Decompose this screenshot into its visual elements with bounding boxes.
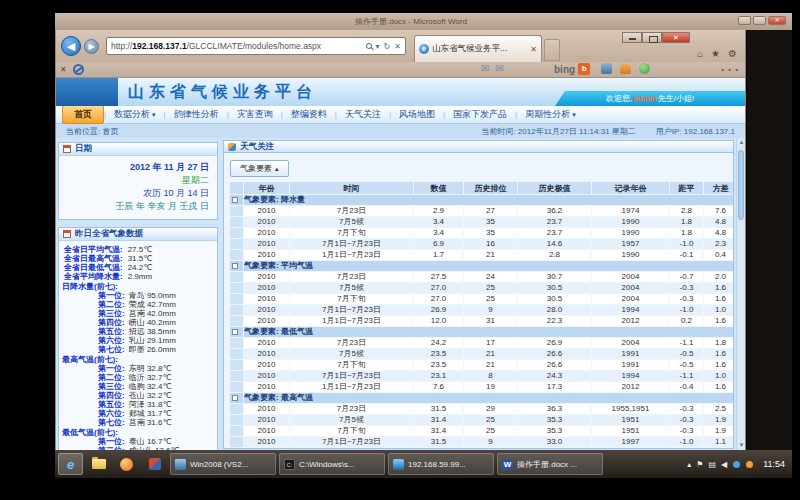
taskbar-app-icon[interactable] [142,453,167,475]
brand-block [56,78,118,106]
address-bar[interactable]: http://192.168.137.1/GLCCLIMATE/modules/… [106,37,406,55]
cell: 30.7 [518,272,592,283]
more-options-icon[interactable]: • • • [721,65,739,74]
camera-icon[interactable] [601,63,612,74]
taskbar-window-0[interactable]: Win2008 (VS2... [170,453,276,475]
mail-icon[interactable]: ✉ [481,63,489,74]
forward-button[interactable]: ▶ [84,39,99,54]
refresh-icon[interactable]: ↻ [384,42,391,51]
favorites-star-icon[interactable]: ★ [711,48,720,59]
cell: -1.0 [670,305,704,316]
person-icon[interactable] [620,63,631,74]
background-window-titlebar[interactable]: 操作手册.docx - Microsoft Word ✕ [55,13,792,30]
cell: 2.3 [704,239,735,250]
calendar-icon [63,145,71,153]
table-row[interactable]: 20107月下旬23.52126.61991-0.51.6 [230,360,735,371]
checkbox[interactable] [232,197,238,203]
table-group-row[interactable]: 气象要素: 降水量 [230,195,735,206]
minimize-button[interactable] [738,16,751,25]
close-button[interactable]: ✕ [662,32,690,43]
table-row[interactable]: 20107月5候27.02530.52004-0.31.6 [230,283,735,294]
addon-logo-icon[interactable] [73,64,84,75]
table-row[interactable]: 20107月23日24.21726.92004-1.11.8 [230,338,735,349]
minimize-button[interactable] [622,32,642,43]
bing-logo: bing [554,64,575,75]
network-icon[interactable]: ▤ [708,460,716,469]
stat-row: 全省日最低气温:24.2℃ [62,263,214,272]
taskbar-explorer-icon[interactable] [86,453,111,475]
taskbar-window-1[interactable]: C:C:\Windows\s... [279,453,385,475]
table-row[interactable]: 20107月1日~7月23日23.1824.31994-1.11.0 [230,371,735,382]
table-group-row[interactable]: 气象要素: 最低气温 [230,327,735,338]
maximize-button[interactable] [753,16,766,25]
chevron-down-icon[interactable]: ▾ [376,42,380,51]
table-row[interactable]: 20107月23日27.52430.72004-0.72.0 [230,272,735,283]
stop-icon[interactable]: ✕ [394,42,401,51]
nav-item-8[interactable]: 周期性分析▾ [517,106,584,123]
table-row[interactable]: 20107月5候31.42535.31951-0.31.9 [230,415,735,426]
cell: -1.0 [670,239,704,250]
new-tab-button[interactable] [544,39,560,61]
taskbar-window-2[interactable]: 192.168.59.99... [388,453,494,475]
table-row[interactable]: 20107月23日2.92736.219742.87.6 [230,206,735,217]
table-row[interactable]: 20107月下旬27.02530.52004-0.31.6 [230,294,735,305]
table-group-row[interactable]: 气象要素: 平均气温 [230,261,735,272]
show-hidden-icons[interactable]: ▴ [687,460,691,469]
nav-item-7[interactable]: 国家下发产品 [445,106,515,123]
table-row[interactable]: 20101月1日~7月23日7.61917.32012-0.41.6 [230,382,735,393]
table-row[interactable]: 20107月5候3.43523.719901.84.8 [230,217,735,228]
globe-icon[interactable] [639,63,650,74]
search-icon[interactable] [366,43,372,49]
weekday: 星期二 [67,174,209,187]
scroll-down-icon[interactable]: ▼ [737,441,745,450]
scrollbar-thumb[interactable] [738,150,744,220]
flag-action-center-icon[interactable]: ⚑ [696,460,703,469]
checkbox[interactable] [232,395,238,401]
element-filter-button[interactable]: 气象要素 ▴ [230,160,289,177]
nav-item-5[interactable]: 天气关注 [337,106,389,123]
tray-app-icon[interactable] [733,461,740,468]
tray-update-icon[interactable] [746,461,753,468]
table-row[interactable]: 20101月1日~7月23日12.03122.320120.21.6 [230,316,735,327]
tab-close-icon[interactable]: ✕ [530,45,537,54]
table-row[interactable]: 20107月5候23.52126.61991-0.51.6 [230,349,735,360]
rank-section-title: 最高气温(前七): [62,355,214,364]
page-scrollbar[interactable]: ▲ ▼ [736,138,745,450]
table-row[interactable]: 20107月1日~7月23日6.91614.61957-1.02.3 [230,239,735,250]
table-group-row[interactable]: 气象要素: 最高气温 [230,393,735,404]
rank-section-title: 最低气温(前七): [62,428,214,437]
nav-item-0[interactable]: 首页 [62,105,104,124]
table-row[interactable]: 20107月下旬31.42535.31951-0.31.9 [230,426,735,437]
close-toolbar-icon[interactable]: ✕ [60,65,67,74]
table-row[interactable]: 20107月1日~7月23日31.5933.01997-1.01.1 [230,437,735,448]
maximize-button[interactable] [642,32,662,43]
taskbar-media-player-icon[interactable] [114,453,139,475]
close-button[interactable]: ✕ [768,16,786,25]
table-row[interactable]: 20107月下旬3.43523.719901.84.8 [230,228,735,239]
table-row[interactable]: 20107月23日31.52936.31955,1951-0.32.5 [230,404,735,415]
nav-item-4[interactable]: 整编资料 [283,106,335,123]
nav-item-1[interactable]: 数据分析▾ [106,106,164,123]
checkbox[interactable] [232,263,238,269]
taskbar-ie-icon[interactable]: e [58,453,83,475]
taskbar-clock[interactable]: 11:54 [763,459,785,469]
table-row[interactable]: 20107月1日~7月23日26.9928.01994-1.01.0 [230,305,735,316]
scroll-up-icon[interactable]: ▲ [737,138,745,147]
browser-tab[interactable]: e 山东省气候业务平... ✕ [414,35,542,62]
bing-search[interactable]: bing b [554,63,590,75]
cell: 23.5 [414,360,464,371]
cell: -1.1 [670,371,704,382]
taskbar-window-3[interactable]: W操作手册.docx ... [497,453,603,475]
home-icon[interactable]: ⌂ [697,48,703,59]
nav-item-2[interactable]: 韵律性分析 [166,106,227,123]
nav-item-6[interactable]: 风场地图 [391,106,443,123]
table-row[interactable]: 20101月1日~7月23日1.7212.81990-0.10.4 [230,250,735,261]
volume-icon[interactable]: ◀ [721,460,727,469]
rank-row: 第二位:荣成 42.7mm [62,300,214,309]
gear-icon[interactable]: ⚙ [728,48,737,59]
nav-item-3[interactable]: 灾害查询 [229,106,281,123]
checkbox[interactable] [232,329,238,335]
back-button[interactable]: ◀ [61,36,81,56]
table-row[interactable]: 20101月1日~7月23日17.41527.92012-0.21.6 [230,448,735,450]
envelope-icon[interactable]: ✉ [495,63,503,74]
